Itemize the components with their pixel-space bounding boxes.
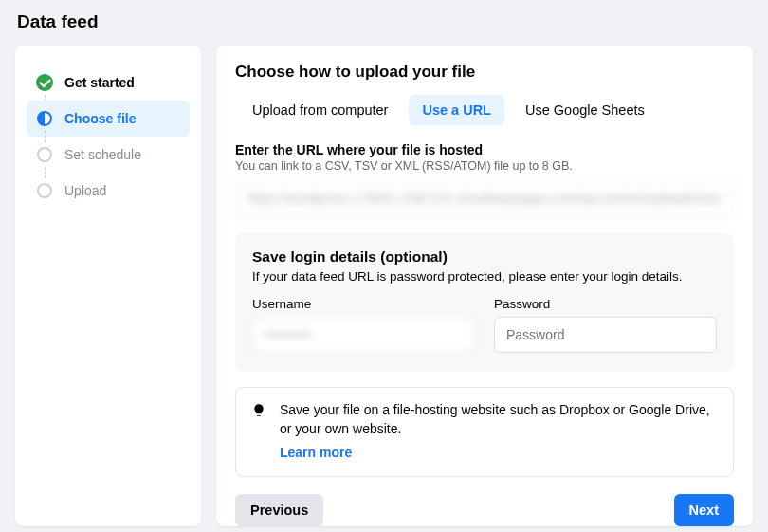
learn-more-link[interactable]: Learn more: [280, 444, 352, 463]
empty-circle-icon: [36, 182, 53, 199]
tab-upload-computer[interactable]: Upload from computer: [239, 95, 401, 125]
step-get-started[interactable]: Get started: [27, 64, 190, 101]
login-sub: If your data feed URL is password protec…: [252, 269, 717, 284]
steps-sidebar: Get started Choose file Set schedule Upl…: [15, 46, 201, 526]
tip-card: Save your file on a file-hosting website…: [235, 387, 734, 477]
tab-use-url[interactable]: Use a URL: [409, 95, 504, 125]
feed-url-input[interactable]: [235, 180, 734, 216]
login-heading: Save login details (optional): [252, 248, 717, 266]
main-panel: Choose how to upload your file Upload fr…: [216, 46, 753, 526]
step-label: Set schedule: [64, 147, 141, 162]
lightbulb-icon: [251, 403, 266, 418]
step-label: Upload: [64, 183, 106, 198]
tip-text: Save your file on a file-hosting website…: [280, 402, 710, 436]
upload-method-tabs: Upload from computer Use a URL Use Googl…: [235, 95, 734, 125]
check-circle-icon: [36, 74, 53, 91]
page-title: Data feed: [17, 11, 753, 32]
step-choose-file[interactable]: Choose file: [27, 101, 190, 137]
username-input[interactable]: [252, 317, 475, 353]
step-upload[interactable]: Upload: [27, 173, 190, 209]
empty-circle-icon: [36, 146, 53, 163]
half-circle-icon: [36, 110, 53, 127]
password-input[interactable]: [494, 317, 717, 353]
username-label: Username: [252, 297, 475, 311]
tab-google-sheets[interactable]: Use Google Sheets: [512, 95, 658, 125]
login-details-card: Save login details (optional) If your da…: [235, 233, 734, 372]
next-button[interactable]: Next: [674, 494, 734, 526]
step-set-schedule[interactable]: Set schedule: [27, 137, 190, 173]
step-label: Get started: [64, 75, 135, 90]
main-heading: Choose how to upload your file: [235, 63, 734, 82]
password-label: Password: [494, 297, 717, 311]
url-field-label: Enter the URL where your file is hosted: [235, 142, 734, 157]
url-field-help: You can link to a CSV, TSV or XML (RSS/A…: [235, 159, 734, 173]
previous-button[interactable]: Previous: [235, 494, 323, 526]
step-label: Choose file: [64, 111, 136, 126]
